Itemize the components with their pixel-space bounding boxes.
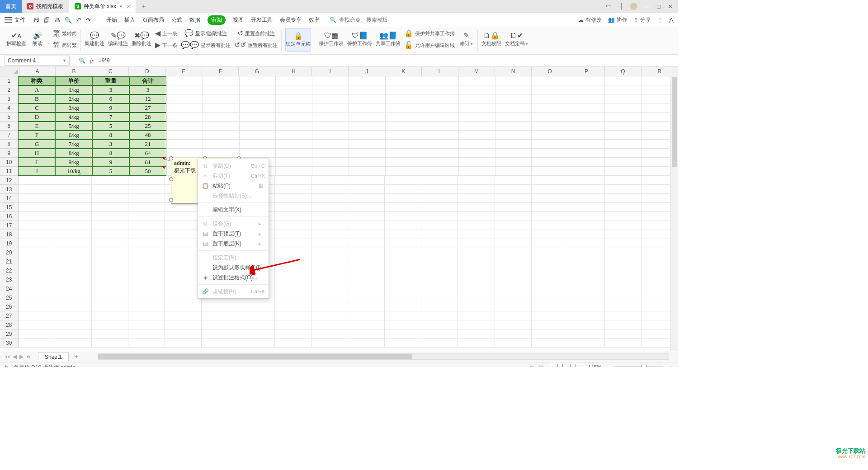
tab-start[interactable]: 开始: [106, 16, 117, 24]
row-header-16[interactable]: 16: [0, 212, 19, 221]
cell-C8[interactable]: 3: [92, 140, 129, 149]
col-header-P[interactable]: P: [568, 67, 605, 76]
cell-B8[interactable]: 7/kg: [55, 140, 92, 149]
tab-insert[interactable]: 插入: [124, 16, 135, 24]
cell-A22[interactable]: [19, 266, 55, 275]
btn-next-comment[interactable]: ▶下一条: [155, 40, 177, 50]
cell-H18[interactable]: [275, 230, 311, 239]
cell-I12[interactable]: [311, 176, 348, 185]
cell-Q18[interactable]: [605, 230, 642, 239]
cell-D22[interactable]: [128, 266, 165, 275]
cell-C14[interactable]: [92, 194, 128, 203]
cell-I6[interactable]: [312, 122, 349, 131]
cell-B7[interactable]: 6/kg: [55, 131, 92, 140]
cell-C2[interactable]: 3: [92, 85, 129, 94]
row-header-12[interactable]: 12: [0, 176, 19, 185]
cell-O6[interactable]: [532, 122, 568, 131]
resize-handle[interactable]: [169, 198, 173, 202]
view-break-icon[interactable]: [575, 364, 583, 367]
cell-M15[interactable]: [458, 203, 495, 212]
btn-spellcheck[interactable]: ✔ᴀ拼写检查: [6, 28, 26, 51]
cell-H25[interactable]: [275, 293, 311, 302]
horizontal-scrollbar[interactable]: [98, 353, 669, 360]
cell-P12[interactable]: [568, 176, 605, 185]
cell-F1[interactable]: [203, 76, 240, 85]
cell-K22[interactable]: [385, 266, 421, 275]
cell-F29[interactable]: [202, 329, 238, 338]
cell-J6[interactable]: [349, 122, 386, 131]
cell-Q23[interactable]: [605, 275, 642, 284]
cell-A15[interactable]: [19, 203, 55, 212]
cell-P27[interactable]: [568, 311, 605, 320]
cell-N29[interactable]: [495, 329, 532, 338]
cell-H7[interactable]: [276, 131, 312, 140]
cell-K14[interactable]: [385, 194, 421, 203]
cell-P14[interactable]: [568, 194, 605, 203]
row-header-30[interactable]: 30: [0, 338, 19, 348]
cell-B27[interactable]: [55, 311, 92, 320]
cell-F2[interactable]: [203, 85, 240, 94]
add-sheet-button[interactable]: ＋: [69, 352, 84, 361]
cell-L25[interactable]: [421, 293, 458, 302]
cell-O15[interactable]: [532, 203, 568, 212]
cell-D13[interactable]: [128, 185, 165, 194]
cell-H22[interactable]: [275, 266, 311, 275]
cell-A11[interactable]: J: [18, 167, 55, 176]
cell-K13[interactable]: [385, 185, 421, 194]
cell-K7[interactable]: [386, 131, 422, 140]
cell-G1[interactable]: [240, 76, 276, 85]
tab-review[interactable]: 审阅: [208, 15, 226, 25]
cell-C4[interactable]: 9: [92, 103, 129, 113]
cell-P24[interactable]: [568, 284, 605, 293]
cell-E19[interactable]: [165, 239, 202, 248]
cell-D10[interactable]: 81: [129, 158, 166, 167]
cell-J7[interactable]: [349, 131, 386, 140]
cell-L27[interactable]: [421, 311, 458, 320]
cell-E25[interactable]: [165, 293, 202, 302]
row-header-22[interactable]: 22: [0, 266, 19, 275]
cell-P2[interactable]: [568, 85, 605, 94]
cell-L11[interactable]: [422, 167, 459, 176]
col-header-K[interactable]: K: [385, 67, 422, 76]
cell-J11[interactable]: [349, 167, 386, 176]
cell-M26[interactable]: [458, 302, 495, 311]
cell-C18[interactable]: [92, 230, 128, 239]
hamburger-icon[interactable]: [5, 17, 12, 23]
cell-D6[interactable]: 25: [129, 122, 166, 131]
cell-M29[interactable]: [458, 329, 495, 338]
cell-P19[interactable]: [568, 239, 605, 248]
cell-M14[interactable]: [458, 194, 495, 203]
cell-B2[interactable]: 1/kg: [55, 85, 92, 94]
row-header-28[interactable]: 28: [0, 320, 19, 329]
col-header-I[interactable]: I: [312, 67, 349, 76]
row-header-23[interactable]: 23: [0, 275, 19, 284]
cell-P16[interactable]: [568, 212, 605, 221]
cell-C29[interactable]: [92, 329, 128, 338]
cell-H6[interactable]: [276, 122, 312, 131]
cell-H2[interactable]: [276, 85, 312, 94]
cell-H20[interactable]: [275, 248, 311, 257]
row-header-15[interactable]: 15: [0, 203, 19, 212]
ctx-设置批注格式(O)...[interactable]: ◈设置批注格式(O)...: [198, 273, 269, 282]
col-header-A[interactable]: A: [19, 67, 56, 76]
cell-L26[interactable]: [421, 302, 458, 311]
row-header-1[interactable]: 1: [0, 76, 18, 85]
cell-K29[interactable]: [385, 329, 421, 338]
cell-Q1[interactable]: [605, 76, 642, 85]
cell-O8[interactable]: [532, 140, 568, 149]
cell-N3[interactable]: [495, 94, 532, 103]
cell-P30[interactable]: [568, 338, 605, 348]
col-header-E[interactable]: E: [165, 67, 202, 76]
cell-Q11[interactable]: [605, 167, 642, 176]
cell-B12[interactable]: [55, 176, 92, 185]
cell-P13[interactable]: [568, 185, 605, 194]
cell-H10[interactable]: [276, 158, 312, 167]
cell-O2[interactable]: [532, 85, 568, 94]
cell-C15[interactable]: [92, 203, 128, 212]
tab-view[interactable]: 视图: [233, 16, 244, 24]
cell-O21[interactable]: [532, 257, 568, 266]
cell-Q17[interactable]: [605, 221, 642, 230]
cell-L24[interactable]: [421, 284, 458, 293]
cell-N23[interactable]: [495, 275, 532, 284]
cell-P5[interactable]: [568, 113, 605, 122]
